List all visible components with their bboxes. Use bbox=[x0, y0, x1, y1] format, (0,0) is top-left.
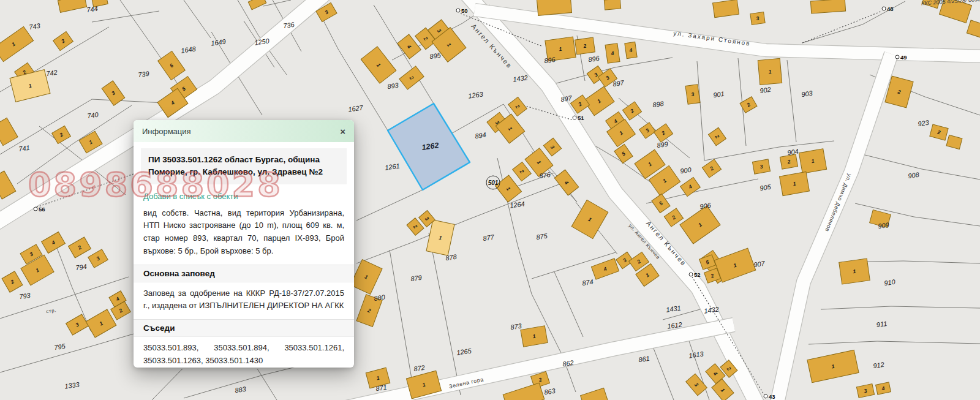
building-footprint[interactable] bbox=[713, 0, 739, 18]
parcel-label[interactable]: 874 bbox=[582, 278, 594, 287]
survey-point-501-label: 501 bbox=[488, 179, 499, 186]
survey-point-label: 50 bbox=[461, 7, 468, 14]
info-popup: Информация × ПИ 35033.501.1262 област Бу… bbox=[134, 120, 354, 368]
parcel-label[interactable]: 901 bbox=[713, 90, 725, 99]
parcel-label[interactable]: 862 bbox=[562, 359, 575, 368]
add-to-object-list-link[interactable]: Добави в списък с обекти bbox=[143, 192, 238, 201]
parcel-label[interactable]: 794 bbox=[75, 263, 88, 271]
building[interactable]: 2 bbox=[575, 37, 595, 55]
info-popup-header: Информация × bbox=[134, 120, 354, 142]
parcel-identifier-title: ПИ 35033.501.1262 област Бургас, община … bbox=[141, 148, 347, 184]
building-footprint[interactable] bbox=[537, 0, 571, 15]
survey-point-marker bbox=[689, 273, 693, 276]
parcel-label[interactable]: 909 bbox=[878, 221, 890, 230]
survey-point-label: 56 bbox=[39, 206, 45, 213]
building[interactable] bbox=[604, 0, 620, 10]
building[interactable]: 1 bbox=[799, 149, 826, 173]
info-popup-title: Информация bbox=[142, 127, 191, 136]
close-icon[interactable]: × bbox=[340, 127, 345, 136]
parcel-label[interactable]: 741 bbox=[18, 144, 31, 153]
building[interactable]: 1 bbox=[780, 172, 810, 195]
survey-point-marker bbox=[882, 7, 886, 10]
survey-point-label: 48 bbox=[887, 6, 894, 12]
building[interactable] bbox=[810, 0, 845, 13]
building[interactable]: 3 bbox=[752, 159, 770, 174]
building-footprint[interactable] bbox=[604, 0, 620, 10]
survey-point-label: 43 bbox=[769, 393, 775, 400]
building[interactable]: 3 bbox=[685, 85, 700, 104]
parcel-label[interactable]: 872 bbox=[413, 364, 426, 372]
survey-point-marker bbox=[34, 207, 37, 211]
survey-point-marker bbox=[573, 116, 576, 119]
survey-point-label: 52 bbox=[694, 271, 701, 278]
parcel-label[interactable]: 739 bbox=[138, 70, 150, 78]
parcel-label[interactable]: 911 bbox=[876, 320, 888, 328]
building[interactable] bbox=[537, 0, 571, 15]
survey-point-marker bbox=[456, 9, 460, 12]
order-section-heading: Основна заповед bbox=[134, 265, 354, 282]
survey-point-marker bbox=[764, 394, 767, 398]
building[interactable]: 3 bbox=[750, 12, 765, 25]
info-popup-body: ПИ 35033.501.1262 област Бургас, община … bbox=[134, 148, 354, 368]
neighbors-section-text: 35033.501.893, 35033.501.894, 35033.501.… bbox=[143, 342, 344, 368]
cadastre-app: 1221365412332411212443312332122413251142… bbox=[0, 0, 980, 400]
parcel-label[interactable]: 742 bbox=[46, 69, 58, 77]
building[interactable]: 2 bbox=[780, 154, 797, 169]
parcel-details-text: вид собств. Частна, вид територия Урбани… bbox=[143, 207, 344, 258]
neighbors-section-heading: Съседи bbox=[134, 319, 354, 337]
building[interactable]: 1 bbox=[758, 59, 782, 85]
order-section-text: Заповед за одобрение на КККР РД-18-37/27… bbox=[143, 287, 344, 313]
survey-point-marker bbox=[895, 55, 899, 59]
survey-point-label: 49 bbox=[900, 54, 907, 61]
survey-point-label: 51 bbox=[578, 115, 584, 121]
parcel-label[interactable]: 879 bbox=[410, 274, 423, 282]
parcel-label[interactable]: 899 bbox=[657, 140, 669, 149]
parcel-label[interactable]: 744 bbox=[86, 5, 99, 13]
building[interactable]: 4 bbox=[605, 43, 620, 63]
building[interactable] bbox=[713, 0, 739, 18]
building[interactable]: 1 bbox=[839, 258, 870, 284]
parcel-label[interactable]: 894 bbox=[475, 131, 487, 140]
parcel-label[interactable]: 871 bbox=[375, 383, 388, 392]
parcel-label[interactable]: 861 bbox=[638, 355, 650, 363]
building[interactable]: 4 bbox=[625, 42, 637, 58]
building-footprint[interactable] bbox=[810, 0, 845, 13]
parcel-label[interactable]: 902 bbox=[760, 86, 772, 94]
parcel-label[interactable]: 904 bbox=[787, 148, 799, 156]
parcel-label[interactable]: 912 bbox=[873, 361, 885, 369]
